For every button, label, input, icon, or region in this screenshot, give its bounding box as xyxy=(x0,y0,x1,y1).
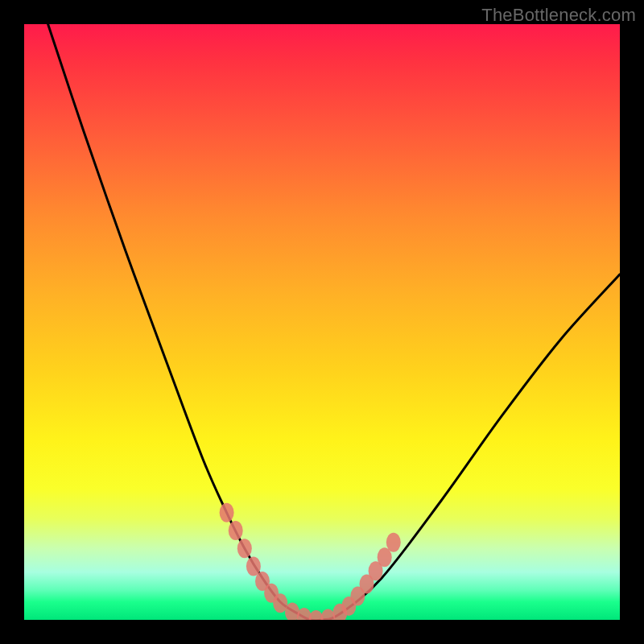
bottleneck-curve-svg xyxy=(24,24,620,620)
sample-markers xyxy=(220,503,401,620)
bottleneck-curve-path xyxy=(48,24,620,620)
plot-area xyxy=(24,24,620,620)
sample-marker xyxy=(237,539,252,558)
sample-marker xyxy=(229,521,243,540)
watermark-text: TheBottleneck.com xyxy=(481,5,636,26)
sample-marker xyxy=(386,533,401,552)
sample-marker xyxy=(220,503,234,522)
chart-frame: TheBottleneck.com xyxy=(0,0,644,644)
